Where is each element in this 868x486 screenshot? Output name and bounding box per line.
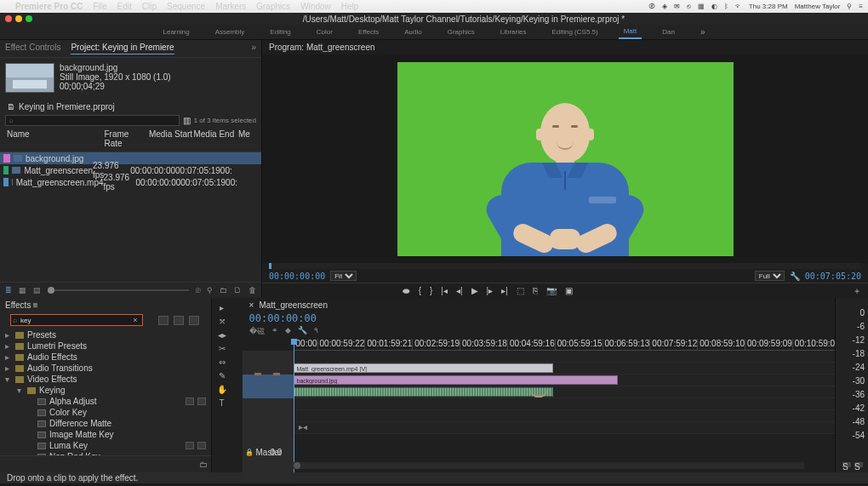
close-icon[interactable] — [5, 15, 12, 22]
tree-item[interactable]: ▸Audio Effects — [3, 352, 208, 363]
menubar-icon[interactable]: ▦ — [698, 3, 705, 10]
tree-item[interactable]: Image Matte Key — [3, 429, 208, 440]
wifi-icon[interactable]: ᯤ — [735, 3, 742, 10]
ws-editing[interactable]: Editing — [265, 26, 295, 38]
tree-item[interactable]: Luma Key — [3, 440, 208, 451]
track-v2[interactable]: 🔒V2👁◇Matt_greenscreen.mp4 [V] — [243, 363, 836, 375]
ws-overflow[interactable]: » — [695, 25, 711, 39]
spotlight-icon[interactable]: ⚲ — [847, 3, 852, 10]
sort-icon[interactable]: ⎚ — [196, 286, 200, 294]
in-icon[interactable]: { — [419, 286, 421, 295]
fx-badge-icon[interactable] — [158, 316, 168, 325]
clear-icon[interactable]: × — [130, 316, 140, 324]
track-v3[interactable]: 🔒V3👁◇ — [243, 351, 836, 363]
button-editor-icon[interactable]: ＋ — [853, 285, 861, 297]
clip-v1[interactable]: background.jpg — [294, 375, 619, 385]
bin-row[interactable]: background.jpg — [0, 152, 261, 164]
ws-dan[interactable]: Dan — [657, 26, 680, 38]
menubar-icon[interactable]: ⎋ — [687, 3, 691, 10]
panel-menu-icon[interactable]: » — [251, 43, 256, 54]
panel-menu-icon[interactable]: ≡ — [33, 300, 38, 310]
menubar-icon[interactable]: ◈ — [662, 3, 667, 10]
track-v1[interactable]: V1🔒V1👁◇background.jpg — [243, 375, 836, 386]
playhead[interactable] — [294, 339, 294, 472]
icon-view-icon[interactable]: ▦ — [19, 286, 26, 294]
menubar-icon[interactable]: ✉ — [674, 3, 680, 10]
tree-item[interactable]: ▸Lumetri Presets — [3, 340, 208, 352]
menu-graphics[interactable]: Graphics — [256, 2, 290, 11]
marker-icon[interactable]: ◆ — [285, 326, 291, 337]
snap-icon[interactable]: �磁 — [249, 326, 265, 337]
project-filter[interactable] — [5, 115, 180, 126]
track-a3[interactable]: 🔒A3MS🎙 — [243, 410, 836, 422]
find-icon[interactable]: ⚲ — [207, 286, 213, 294]
effects-search-input[interactable] — [20, 317, 127, 324]
app-name[interactable]: Premiere Pro CC — [15, 2, 83, 11]
menubar-time[interactable]: Thu 3:28 PM — [749, 3, 788, 10]
link-icon[interactable]: ⚭ — [271, 326, 278, 337]
new-bin-icon[interactable]: 🗀 — [220, 286, 227, 294]
menu-markers[interactable]: Markers — [215, 2, 246, 11]
extract-icon[interactable]: ⎘ — [533, 286, 538, 295]
solo-button[interactable]: S — [854, 462, 863, 467]
ws-libraries[interactable]: Libraries — [495, 26, 532, 38]
trash-icon[interactable]: 🗑 — [248, 286, 256, 294]
program-view[interactable] — [262, 54, 868, 263]
settings-icon[interactable]: 🔧 — [298, 326, 307, 337]
lift-icon[interactable]: ⬚ — [517, 286, 524, 295]
go-in-icon[interactable]: |◂ — [441, 286, 448, 295]
freeform-view-icon[interactable]: ▤ — [33, 286, 41, 294]
go-out-icon[interactable]: ▸| — [501, 286, 508, 295]
tree-item[interactable]: ▾Keying — [3, 385, 208, 396]
tab-project[interactable]: Project: Keying in Premiere — [71, 43, 174, 54]
program-scrubber[interactable] — [269, 263, 861, 269]
clip-thumbnail[interactable] — [5, 63, 54, 93]
effects-tab[interactable]: Effects — [5, 300, 31, 310]
zoom-slider[interactable] — [48, 289, 189, 291]
out-icon[interactable]: } — [430, 286, 432, 295]
play-icon[interactable]: ▶ — [471, 286, 478, 295]
minimize-icon[interactable] — [15, 15, 22, 22]
ws-matt[interactable]: Matt — [619, 25, 642, 39]
ws-editing55[interactable]: Editing (CS5.5) — [546, 26, 602, 38]
tree-item[interactable]: Difference Matte — [3, 418, 208, 429]
clip-a1[interactable] — [294, 387, 554, 397]
ws-effects[interactable]: Effects — [353, 26, 384, 38]
time-ruler[interactable]: 00:0000:00:59:2200:01:59:2100:02:59:1900… — [294, 339, 836, 351]
menubar-icon[interactable]: ◐ — [711, 3, 717, 10]
settings-icon[interactable]: 🔧 — [790, 272, 800, 281]
menubar-icon[interactable]: ⦿ — [648, 3, 655, 10]
step-back-icon[interactable]: ◂| — [456, 286, 463, 295]
tree-item[interactable]: ▸Presets — [3, 329, 208, 340]
tree-item[interactable]: ▾Video Effects — [3, 374, 208, 385]
fit-select[interactable]: Fit — [330, 271, 357, 281]
export-frame-icon[interactable]: 📷 — [546, 286, 557, 295]
notif-icon[interactable]: ≡ — [859, 3, 863, 10]
program-timecode[interactable]: 00:00:00:00 — [269, 272, 325, 281]
timeline-scrollbar[interactable] — [294, 462, 805, 469]
bin-icon[interactable]: ▥ — [183, 116, 191, 125]
tree-item[interactable]: ▸Audio Transitions — [3, 363, 208, 374]
tree-item[interactable]: Alpha Adjust — [3, 396, 208, 407]
list-view-icon[interactable]: ≣ — [5, 286, 12, 294]
menu-edit[interactable]: Edit — [117, 2, 132, 11]
menubar-icon[interactable]: ᛒ — [724, 3, 728, 10]
step-fwd-icon[interactable]: |▸ — [487, 286, 494, 295]
fx-badge-icon[interactable] — [189, 316, 199, 325]
ws-learning[interactable]: Learning — [158, 26, 195, 38]
clip-v2[interactable]: Matt_greenscreen.mp4 [V] — [294, 363, 554, 373]
sequence-tab[interactable]: Matt_greenscreen — [259, 300, 328, 310]
track-a2[interactable]: 🔒A2MS🎙 — [243, 398, 836, 410]
marker-icon[interactable]: ⬬ — [403, 286, 410, 296]
solo-button[interactable]: S — [842, 462, 851, 467]
new-bin-icon[interactable]: 🗀 — [199, 460, 208, 469]
ws-graphics[interactable]: Graphics — [443, 26, 480, 38]
tab-effect-controls[interactable]: Effect Controls — [5, 43, 60, 54]
menubar-user[interactable]: Matthew Taylor — [795, 3, 841, 10]
compare-icon[interactable]: ▣ — [565, 286, 573, 295]
ws-audio[interactable]: Audio — [399, 26, 426, 38]
ws-color[interactable]: Color — [311, 26, 338, 38]
selection-tool-icon[interactable]: ▸ — [217, 303, 227, 313]
new-item-icon[interactable]: 🗋 — [234, 286, 242, 294]
quality-select[interactable]: Full — [755, 271, 785, 281]
